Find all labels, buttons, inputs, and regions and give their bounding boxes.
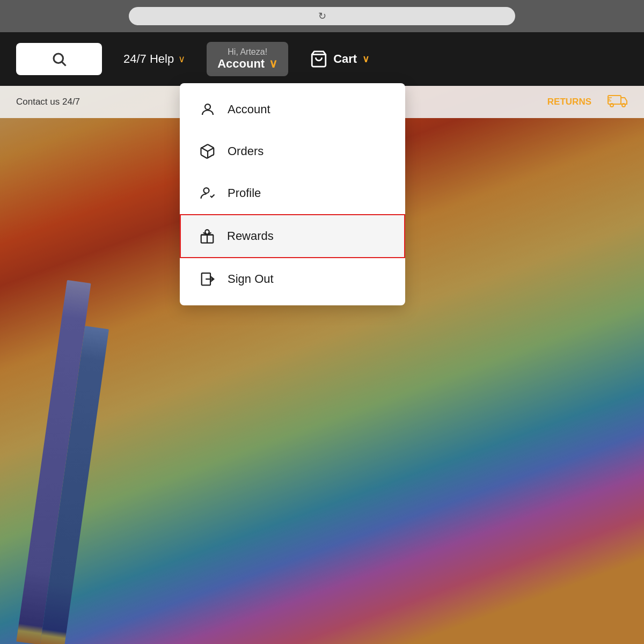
search-box[interactable] [16,43,102,75]
orders-icon [199,142,217,160]
signout-icon [199,270,217,288]
dropdown-profile-label: Profile [228,186,261,200]
search-icon [51,51,67,67]
svg-point-5 [622,104,625,107]
truck-icon [608,93,628,111]
cart-nav-item[interactable]: Cart ∨ [310,50,369,68]
reload-icon[interactable]: ↻ [318,10,326,22]
address-bar[interactable]: ↻ [129,7,515,25]
cart-label: Cart [333,52,357,66]
help-nav-item[interactable]: 24/7 Help ∨ [123,52,185,66]
browser-chrome: ↻ [0,0,644,32]
contact-label: Contact us 24/7 [16,97,80,107]
svg-point-0 [54,54,63,63]
cart-icon [310,50,328,68]
cart-chevron-icon: ∨ [362,53,369,65]
account-label-row: Account ∨ [217,57,277,71]
account-dropdown-menu: Account Orders Profile [180,83,405,305]
dropdown-rewards-label: Rewards [227,229,274,243]
dropdown-item-rewards[interactable]: Rewards [180,214,405,258]
dropdown-item-signout[interactable]: Sign Out [180,258,405,300]
account-nav-button[interactable]: Hi, Arteza! Account ∨ [207,42,288,76]
returns-label: RETURNS [547,97,591,107]
secondary-nav-right: RETURNS [547,93,628,111]
dropdown-orders-label: Orders [228,144,264,158]
account-chevron-icon: ∨ [269,57,277,71]
dropdown-signout-label: Sign Out [228,272,274,286]
help-chevron-icon: ∨ [178,53,185,65]
profile-icon [199,184,217,202]
account-greeting: Hi, Arteza! [228,47,267,57]
svg-rect-3 [608,96,621,104]
account-label: Account [217,57,265,71]
main-nav: 24/7 Help ∨ Hi, Arteza! Account ∨ Cart ∨ [0,32,644,86]
svg-point-4 [610,104,613,107]
dropdown-account-label: Account [228,103,270,116]
svg-point-11 [204,188,209,193]
rewards-icon [198,227,216,245]
svg-point-9 [205,104,210,109]
help-label: 24/7 Help [123,52,174,66]
dropdown-item-orders[interactable]: Orders [180,130,405,172]
dropdown-item-account[interactable]: Account [180,89,405,130]
svg-line-1 [62,62,66,66]
dropdown-item-profile[interactable]: Profile [180,172,405,214]
account-icon [199,100,217,119]
